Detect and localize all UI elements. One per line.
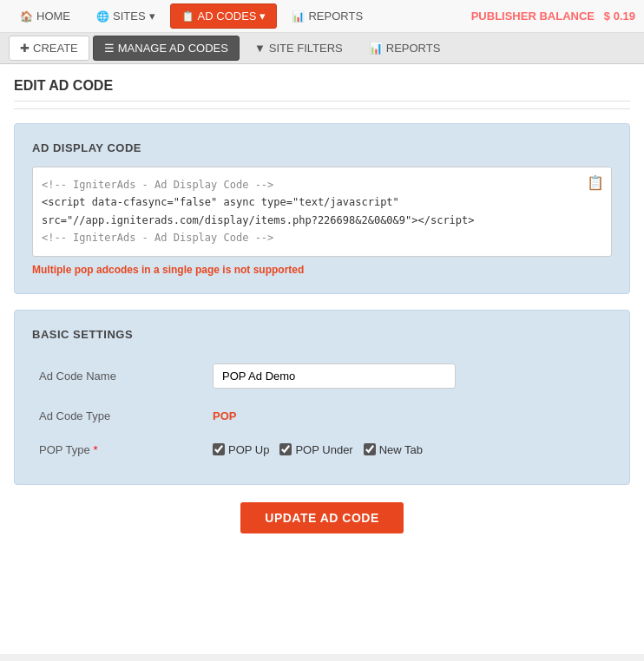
basic-settings-card: BASIC SETTINGS Ad Code Name Ad Code Type bbox=[14, 310, 630, 485]
nav-sites[interactable]: 🌐 SITES ▾ bbox=[85, 3, 167, 29]
row-pop-type: POP Type * POP Up POP Under bbox=[32, 433, 612, 467]
required-star: * bbox=[93, 443, 97, 456]
code-line-4: <!-- IgniterAds - Ad Display Code --> bbox=[42, 232, 273, 244]
chevron-down-icon: ▾ bbox=[149, 10, 155, 23]
code-line-3: src="//app.igniterads.com/display/items.… bbox=[42, 214, 475, 226]
top-navbar: 🏠 HOME 🌐 SITES ▾ 📋 AD CODES ▾ 📊 REPORTS … bbox=[0, 0, 644, 33]
label-pop-type: POP Type * bbox=[32, 433, 206, 467]
value-ad-code-name bbox=[206, 353, 612, 399]
code-line-2: <script data-cfasync="false" async type=… bbox=[42, 196, 399, 208]
code-warning: Multiple pop adcodes in a single page is… bbox=[32, 264, 612, 276]
nav-site-filters[interactable]: ▼ SITE FILTERS bbox=[243, 36, 354, 61]
ad-display-code-title: AD DISPLAY CODE bbox=[32, 141, 612, 154]
checkbox-popunder-label[interactable]: POP Under bbox=[279, 443, 352, 456]
code-display: <!-- IgniterAds - Ad Display Code --> <s… bbox=[42, 176, 602, 247]
page-content: EDIT AD CODE AD DISPLAY CODE 📋 <!-- Igni… bbox=[0, 64, 644, 654]
label-ad-code-name: Ad Code Name bbox=[32, 353, 206, 399]
nav-manage-adcodes[interactable]: ☰ MANAGE AD CODES bbox=[93, 36, 240, 61]
chevron-down-icon-adcodes: ▾ bbox=[260, 10, 266, 23]
nav-reports[interactable]: 📊 REPORTS bbox=[280, 3, 374, 29]
manage-icon: ☰ bbox=[104, 42, 115, 55]
sites-icon: 🌐 bbox=[96, 10, 109, 23]
update-ad-code-button[interactable]: UPDATE AD CODE bbox=[240, 502, 403, 533]
second-navbar: ✚ CREATE ☰ MANAGE AD CODES ▼ SITE FILTER… bbox=[0, 33, 644, 64]
row-ad-code-type: Ad Code Type POP bbox=[32, 399, 612, 433]
home-icon: 🏠 bbox=[20, 10, 33, 23]
page-title: EDIT AD CODE bbox=[14, 78, 630, 101]
reports-second-icon: 📊 bbox=[369, 42, 383, 55]
plus-icon: ✚ bbox=[20, 42, 30, 55]
copy-icon[interactable]: 📋 bbox=[587, 174, 604, 191]
nav-create[interactable]: ✚ CREATE bbox=[9, 36, 89, 61]
pop-type-checkboxes: POP Up POP Under New Tab bbox=[213, 443, 605, 456]
ad-display-code-card: AD DISPLAY CODE 📋 <!-- IgniterAds - Ad D… bbox=[14, 123, 630, 294]
checkbox-popup-label[interactable]: POP Up bbox=[213, 443, 269, 456]
nav-adcodes[interactable]: 📋 AD CODES ▾ bbox=[170, 3, 278, 29]
ad-code-type-value: POP bbox=[213, 409, 236, 422]
code-container: 📋 <!-- IgniterAds - Ad Display Code --> … bbox=[32, 167, 612, 257]
title-divider bbox=[14, 108, 630, 109]
row-ad-code-name: Ad Code Name bbox=[32, 353, 612, 399]
nav-reports-second[interactable]: 📊 REPORTS bbox=[358, 36, 452, 61]
value-pop-type: POP Up POP Under New Tab bbox=[206, 433, 612, 467]
label-ad-code-type: Ad Code Type bbox=[32, 399, 206, 433]
value-ad-code-type: POP bbox=[206, 399, 612, 433]
filter-icon: ▼ bbox=[254, 42, 266, 55]
code-line-1: <!-- IgniterAds - Ad Display Code --> bbox=[42, 179, 273, 191]
ad-code-name-input[interactable] bbox=[213, 363, 456, 389]
reports-icon: 📊 bbox=[292, 10, 305, 23]
checkbox-popup[interactable] bbox=[213, 443, 225, 455]
nav-home[interactable]: 🏠 HOME bbox=[9, 3, 82, 29]
publisher-balance: PUBLISHER BALANCE $ 0.19 bbox=[471, 10, 635, 23]
basic-settings-title: BASIC SETTINGS bbox=[32, 328, 612, 341]
settings-table: Ad Code Name Ad Code Type POP bbox=[32, 353, 612, 467]
adcodes-icon: 📋 bbox=[181, 10, 194, 23]
checkbox-newtab[interactable] bbox=[364, 443, 376, 455]
checkbox-popunder[interactable] bbox=[279, 443, 292, 455]
checkbox-newtab-label[interactable]: New Tab bbox=[364, 443, 423, 456]
